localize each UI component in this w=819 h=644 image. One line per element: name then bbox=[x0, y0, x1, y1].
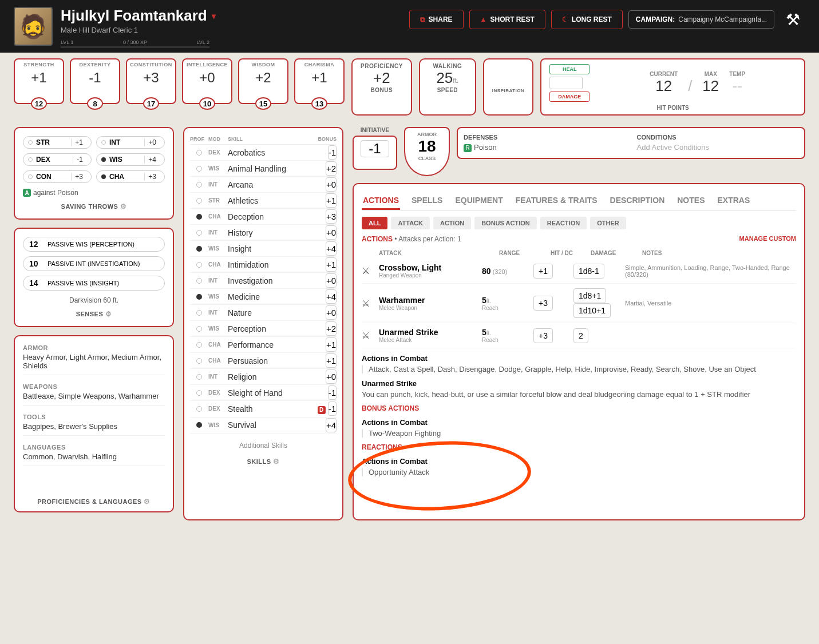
short-rest-button[interactable]: ▲SHORT REST bbox=[469, 10, 545, 29]
skill-medicine[interactable]: WISMedicine+4 bbox=[190, 289, 337, 305]
sense-row: 10PASSIVE INT (INVESTIGATION) bbox=[23, 256, 165, 271]
skill-sleight-of-hand[interactable]: DEXSleight of Hand-1 bbox=[190, 385, 337, 401]
header-bar: 🧔 Hjulkyl Foamtankard▾ Male Hill Dwarf C… bbox=[0, 0, 819, 53]
tab-extras[interactable]: EXTRAS bbox=[716, 192, 751, 210]
campfire-icon: ▲ bbox=[480, 15, 487, 23]
subtab-reaction[interactable]: REACTION bbox=[540, 217, 587, 229]
proficiency-bonus[interactable]: PROFICIENCY +2 BONUS bbox=[351, 58, 412, 116]
save-int[interactable]: INT+0 bbox=[96, 136, 165, 149]
skill-investigation[interactable]: INTInvestigation+0 bbox=[190, 273, 337, 289]
skill-perception[interactable]: WISPerception+2 bbox=[190, 321, 337, 337]
anvil-icon[interactable]: ⚒ bbox=[780, 7, 805, 32]
abilities-row: STRENGTH+112DEXTERITY-18CONSTITUTION+317… bbox=[14, 58, 805, 116]
initiative-box[interactable]: -1 bbox=[353, 136, 397, 170]
subtab-action[interactable]: ACTION bbox=[433, 217, 471, 229]
gear-icon[interactable]: ⚙ bbox=[120, 202, 127, 210]
tab-equipment[interactable]: EQUIPMENT bbox=[454, 192, 504, 210]
prof-languages: LANGUAGESCommon, Dwarvish, Halfling bbox=[23, 444, 165, 466]
skill-athletics[interactable]: STRAthletics+1 bbox=[190, 193, 337, 209]
ability-dexterity[interactable]: DEXTERITY-18 bbox=[70, 58, 120, 104]
armor-class[interactable]: ARMOR 18 CLASS bbox=[404, 127, 450, 176]
attack-row[interactable]: ⚔Crossbow, LightRanged Weapon80 (320)+11… bbox=[362, 259, 796, 284]
hp-input[interactable] bbox=[549, 77, 583, 89]
sense-row: 14PASSIVE WIS (INSIGHT) bbox=[23, 276, 165, 291]
damage-button[interactable]: DAMAGE bbox=[549, 92, 589, 102]
manage-custom[interactable]: MANAGE CUSTOM bbox=[739, 235, 796, 242]
tab-spells[interactable]: SPELLS bbox=[410, 192, 444, 210]
gear-icon[interactable]: ⚙ bbox=[105, 310, 112, 318]
save-wis[interactable]: WIS+4 bbox=[96, 153, 165, 166]
darkvision: Darkvision 60 ft. bbox=[23, 296, 165, 304]
tab-notes[interactable]: NOTES bbox=[676, 192, 706, 210]
character-name[interactable]: Hjulkyl Foamtankard▾ bbox=[61, 7, 216, 25]
hp-box: HEAL DAMAGE CURRENT12 / MAX12 TEMP-- HIT… bbox=[540, 58, 805, 116]
add-conditions[interactable]: Add Active Conditions bbox=[637, 143, 799, 152]
inspiration-box[interactable]: INSPIRATION bbox=[483, 58, 533, 116]
senses-panel: 12PASSIVE WIS (PERCEPTION)10PASSIVE INT … bbox=[14, 228, 174, 327]
ability-intelligence[interactable]: INTELLIGENCE+010 bbox=[182, 58, 232, 104]
heal-button[interactable]: HEAL bbox=[549, 64, 589, 74]
weapon-icon: ⚔ bbox=[362, 330, 379, 341]
save-str[interactable]: STR+1 bbox=[23, 136, 92, 149]
gear-icon[interactable]: ⚙ bbox=[144, 498, 151, 506]
ability-strength[interactable]: STRENGTH+112 bbox=[14, 58, 64, 104]
skill-arcana[interactable]: INTArcana+0 bbox=[190, 177, 337, 193]
subtab-other[interactable]: OTHER bbox=[590, 217, 626, 229]
skill-acrobatics[interactable]: DEXAcrobatics-1 bbox=[190, 145, 337, 161]
save-con[interactable]: CON+3 bbox=[23, 170, 92, 183]
attack-row[interactable]: ⚔Unarmed StrikeMelee Attack5ft.Reach+32 bbox=[362, 323, 796, 348]
save-advantage-note: Aagainst Poison bbox=[23, 189, 165, 197]
skill-stealth[interactable]: DEXStealthD-1 bbox=[190, 401, 337, 418]
skill-animal-handling[interactable]: WISAnimal Handling+2 bbox=[190, 161, 337, 177]
hit-button[interactable]: +1 bbox=[533, 264, 553, 279]
ability-charisma[interactable]: CHARISMA+113 bbox=[294, 58, 345, 104]
prof-armor: ARMORHeavy Armor, Light Armor, Medium Ar… bbox=[23, 344, 165, 375]
share-button[interactable]: ⧉SHARE bbox=[409, 10, 464, 29]
skill-survival[interactable]: WISSurvival+4 bbox=[190, 418, 337, 434]
skill-persuasion[interactable]: CHAPersuasion+1 bbox=[190, 353, 337, 369]
additional-skills[interactable]: Additional Skills bbox=[190, 442, 337, 450]
character-avatar[interactable]: 🧔 bbox=[14, 7, 53, 46]
skill-performance[interactable]: CHAPerformance+1 bbox=[190, 337, 337, 353]
disadvantage-icon: D bbox=[318, 406, 326, 414]
ability-constitution[interactable]: CONSTITUTION+317 bbox=[126, 58, 176, 104]
reaction-opportunity[interactable]: Opportunity Attack bbox=[362, 468, 796, 476]
skill-history[interactable]: INTHistory+0 bbox=[190, 225, 337, 241]
character-subtitle: Male Hill Dwarf Cleric 1 bbox=[61, 26, 216, 34]
moon-icon: ☾ bbox=[562, 15, 568, 23]
hit-button[interactable]: +3 bbox=[533, 328, 553, 343]
ability-wisdom[interactable]: WISDOM+215 bbox=[238, 58, 288, 104]
attack-row[interactable]: ⚔WarhammerMelee Weapon5ft.Reach+31d8+1 1… bbox=[362, 284, 796, 323]
prof-weapons: WEAPONSBattleaxe, Simple Weapons, Warham… bbox=[23, 383, 165, 406]
subtab-all[interactable]: ALL bbox=[362, 217, 387, 229]
gear-icon[interactable]: ⚙ bbox=[273, 458, 280, 466]
skill-intimidation[interactable]: CHAIntimidation+1 bbox=[190, 257, 337, 273]
save-dex[interactable]: DEX-1 bbox=[23, 153, 92, 166]
bonus-action-twf[interactable]: Two-Weapon Fighting bbox=[362, 429, 796, 438]
campaign-selector[interactable]: CAMPAIGN:Campaigny McCampaignfa... bbox=[628, 10, 774, 29]
hp-max: 12 bbox=[702, 77, 719, 95]
actions-in-combat[interactable]: Attack, Cast a Spell, Dash, Disengage, D… bbox=[362, 365, 796, 373]
skill-nature[interactable]: INTNature+0 bbox=[190, 305, 337, 321]
subtab-attack[interactable]: ATTACK bbox=[391, 217, 430, 229]
tab-features-traits[interactable]: FEATURES & TRAITS bbox=[515, 192, 599, 210]
speed-box[interactable]: WALKING 25ft. SPEED bbox=[419, 58, 476, 116]
chevron-down-icon[interactable]: ▾ bbox=[212, 11, 216, 21]
skill-religion[interactable]: INTReligion+0 bbox=[190, 369, 337, 385]
subtab-bonus-action[interactable]: BONUS ACTION bbox=[474, 217, 537, 229]
save-cha[interactable]: CHA+3 bbox=[96, 170, 165, 183]
defenses-conditions: DEFENSES RPoison CONDITIONS Add Active C… bbox=[457, 127, 805, 159]
saving-throws-panel: STR+1INT+0DEX-1WIS+4CON+3CHA+3 Aagainst … bbox=[14, 127, 174, 220]
skill-deception[interactable]: CHADeception+3 bbox=[190, 209, 337, 225]
defense-poison[interactable]: RPoison bbox=[464, 143, 626, 152]
tab-actions[interactable]: ACTIONS bbox=[362, 192, 400, 210]
hp-temp[interactable]: -- bbox=[729, 77, 745, 95]
weapon-icon: ⚔ bbox=[362, 298, 379, 309]
skill-insight[interactable]: WISInsight+4 bbox=[190, 241, 337, 257]
hp-current[interactable]: 12 bbox=[650, 77, 678, 95]
long-rest-button[interactable]: ☾LONG REST bbox=[551, 10, 623, 29]
tab-description[interactable]: DESCRIPTION bbox=[609, 192, 666, 210]
hit-button[interactable]: +3 bbox=[533, 296, 553, 311]
xp-bar: LVL 10 / 300 XPLVL 2 bbox=[61, 39, 209, 48]
main-panel: ACTIONSSPELLSEQUIPMENTFEATURES & TRAITSD… bbox=[353, 183, 805, 520]
